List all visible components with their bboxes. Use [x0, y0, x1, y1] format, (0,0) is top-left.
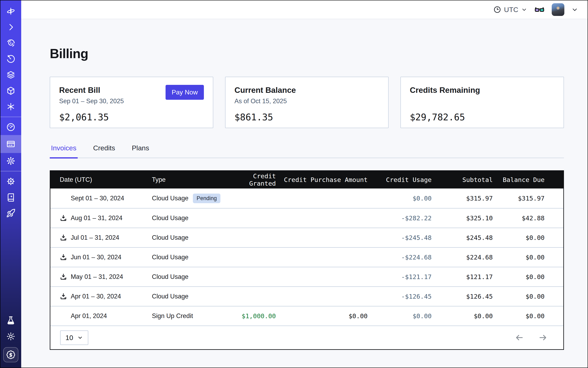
credit-usage-value: -$126.45	[368, 293, 432, 300]
invoice-date: Apr 01 – 30, 2024	[71, 293, 121, 300]
balance-due-value: $315.97	[493, 195, 564, 202]
sidebar-item-billing[interactable]	[0, 135, 21, 153]
next-page-button[interactable]	[538, 333, 547, 342]
invoice-type: Cloud Usage	[152, 195, 188, 202]
invoice-type: Cloud Usage	[152, 273, 188, 280]
invoice-date: Sept 01 – 30, 2024	[71, 195, 124, 202]
table-row: Aug 01 – 31, 2024 Cloud Usage -$282.22 $…	[50, 208, 563, 228]
table-row: Jun 01 – 30, 2024 Cloud Usage -$224.68 $…	[50, 247, 563, 267]
flask-icon[interactable]	[0, 313, 21, 328]
table-row: May 01 – 31, 2024 Cloud Usage -$121.17 $…	[50, 267, 563, 286]
pay-now-button[interactable]: Pay Now	[166, 85, 204, 100]
credit-usage-value: $0.00	[368, 312, 432, 320]
settings-gear-icon[interactable]	[0, 153, 21, 169]
chevron-down-icon	[571, 6, 578, 13]
invoice-date: Jul 01 – 31, 2024	[71, 234, 119, 241]
sidebar-spacer	[0, 221, 21, 313]
glasses-icon[interactable]	[534, 4, 545, 15]
invoice-date: Apr 01, 2024	[71, 312, 107, 320]
clock-icon	[493, 6, 501, 13]
tab-invoices[interactable]: Invoices	[50, 144, 78, 158]
cube-icon[interactable]	[0, 83, 21, 99]
invoice-type: Sign Up Credit	[152, 312, 193, 320]
card-title: Credits Remaining	[410, 86, 555, 95]
credit-usage-value: -$282.22	[368, 214, 432, 222]
column-header-credit-purchase: Credit Purchase Amount	[276, 176, 368, 183]
timezone-selector[interactable]: UTC	[493, 6, 527, 14]
recent-bill-card: Recent Bill Sep 01 – Sep 30, 2025 $2,061…	[50, 77, 213, 128]
status-badge: Pending	[193, 193, 220, 203]
card-subtitle	[410, 98, 555, 105]
billing-tabs: Invoices Credits Plans	[50, 144, 564, 158]
credit-purchase-value: $0.00	[276, 312, 368, 320]
credits-remaining-card: Credits Remaining $29,782.65	[400, 77, 564, 128]
table-row: Sept 01 – 30, 2024 Cloud Usage Pending $…	[50, 188, 563, 208]
chevron-right-icon[interactable]	[0, 19, 21, 35]
card-amount: $29,782.65	[410, 112, 555, 123]
page-size-select[interactable]: 10	[60, 331, 88, 345]
sidebar-divider	[0, 117, 21, 117]
column-header-credit-usage: Credit Usage	[368, 176, 432, 183]
app-window: UTC Billing Recent Bill Sep 01 – Sep 30,…	[0, 0, 588, 368]
card-amount: $2,061.35	[59, 112, 204, 123]
gauge-icon[interactable]	[0, 119, 21, 135]
subtotal-value: $121.17	[432, 273, 493, 280]
balance-due-value: $0.00	[493, 293, 564, 300]
history-clock-icon[interactable]	[0, 51, 21, 67]
radar-icon[interactable]	[0, 35, 21, 51]
download-invoice-icon[interactable]	[60, 234, 67, 241]
account-menu-chevron[interactable]	[571, 6, 578, 13]
subtotal-value: $325.10	[432, 214, 493, 222]
download-invoice-icon[interactable]	[60, 293, 67, 300]
rocket-icon[interactable]	[0, 205, 21, 221]
balance-due-value: $0.00	[493, 312, 564, 320]
billing-card-icon	[6, 139, 16, 149]
download-invoice-icon[interactable]	[60, 254, 67, 261]
column-header-subtotal: Subtotal	[432, 176, 493, 183]
asterisk-icon[interactable]	[0, 99, 21, 115]
topbar: UTC	[21, 0, 588, 19]
arrow-left-icon	[515, 333, 524, 342]
subtotal-value: $245.48	[432, 234, 493, 241]
download-invoice-icon[interactable]	[60, 273, 67, 280]
layers-icon[interactable]	[0, 67, 21, 83]
balance-due-value: $0.00	[493, 254, 564, 261]
docs-book-icon[interactable]	[0, 189, 21, 205]
balance-due-value: $0.00	[493, 273, 564, 280]
credit-usage-value: -$245.48	[368, 234, 432, 241]
invoice-date: Jun 01 – 30, 2024	[71, 254, 121, 261]
dollar-badge-button[interactable]	[3, 347, 18, 362]
tab-plans[interactable]: Plans	[130, 144, 150, 158]
card-amount: $861.35	[235, 112, 379, 123]
column-header-credit-granted: Credit Granted	[225, 172, 276, 187]
invoice-type: Cloud Usage	[152, 254, 188, 261]
column-header-balance-due: Balance Due	[493, 176, 564, 183]
main-content: Billing Recent Bill Sep 01 – Sep 30, 202…	[21, 19, 588, 368]
sidebar-divider	[0, 171, 21, 171]
ship-wheel-icon[interactable]	[0, 173, 21, 189]
table-row: Jul 01 – 31, 2024 Cloud Usage -$245.48 $…	[50, 228, 563, 247]
invoices-table: Date (UTC) Type Credit Granted Credit Pu…	[50, 170, 564, 350]
timezone-label: UTC	[504, 6, 518, 14]
chevron-down-icon	[77, 335, 83, 340]
subtotal-value: $315.97	[432, 195, 493, 202]
user-avatar[interactable]	[552, 3, 564, 16]
sun-icon[interactable]	[0, 328, 21, 344]
orbit-logo-icon[interactable]	[0, 3, 21, 19]
page-size-value: 10	[65, 334, 73, 342]
credit-usage-value: -$121.17	[368, 273, 432, 280]
invoice-type: Cloud Usage	[152, 234, 188, 241]
subtotal-value: $126.45	[432, 293, 493, 300]
current-balance-card: Current Balance As of Oct 15, 2025 $861.…	[225, 77, 389, 128]
arrow-right-icon	[538, 333, 547, 342]
pagination-bar: 10	[50, 326, 563, 349]
credit-usage-value: -$224.68	[368, 254, 432, 261]
chevron-down-icon	[521, 7, 527, 13]
download-invoice-icon[interactable]	[60, 214, 67, 222]
prev-page-button[interactable]	[515, 333, 524, 342]
column-header-date: Date (UTC)	[50, 176, 144, 183]
card-title: Current Balance	[235, 86, 379, 95]
table-header-row: Date (UTC) Type Credit Granted Credit Pu…	[50, 171, 563, 188]
tab-credits[interactable]: Credits	[92, 144, 117, 158]
balance-due-value: $42.88	[493, 214, 564, 222]
